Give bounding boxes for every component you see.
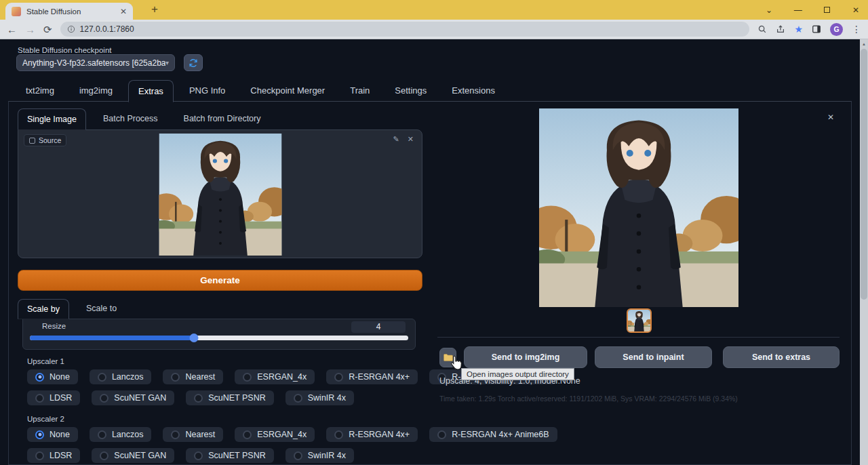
radio-icon: [334, 430, 343, 439]
tab-img2img[interactable]: img2img: [70, 80, 122, 102]
share-icon[interactable]: [776, 24, 785, 34]
page-scrollbar[interactable]: ▲: [860, 39, 868, 465]
radio-label: ScuNET PSNR: [208, 451, 266, 460]
upscaler-option-r-esrgan-4x-anime6b[interactable]: R-ESRGAN 4x+ Anime6B: [429, 427, 557, 442]
upscaler-option-esrgan-4x[interactable]: ESRGAN_4x: [235, 369, 315, 384]
upscaler-option-lanczos[interactable]: Lanczos: [90, 427, 152, 442]
upscaler-option-lanczos[interactable]: Lanczos: [90, 369, 152, 384]
refresh-icon: [189, 58, 198, 68]
scale-tabs: Scale byScale to: [18, 299, 125, 319]
source-image[interactable]: [159, 134, 281, 256]
gallery-close-icon[interactable]: ✕: [827, 113, 834, 122]
radio-icon: [171, 373, 180, 382]
new-tab-button[interactable]: +: [146, 3, 163, 16]
radio-label: Nearest: [185, 372, 215, 382]
radio-label: R-ESRGAN 4x+ Anime6B: [452, 430, 549, 439]
tab-search-chevron-icon[interactable]: ⌄: [762, 5, 776, 15]
stable-diffusion-favicon: [12, 7, 21, 16]
tab-settings[interactable]: Settings: [385, 80, 436, 102]
upscaler-2-group: Upscaler 2NoneLanczosNearestESRGAN_4xR-E…: [27, 415, 419, 465]
window-restore-button[interactable]: [820, 5, 833, 15]
tab-extensions[interactable]: Extensions: [442, 80, 505, 102]
upscaler-option-nearest[interactable]: Nearest: [163, 427, 223, 442]
radio-label: SwinIR 4x: [308, 451, 346, 460]
radio-icon: [334, 373, 343, 382]
radio-label: R-ESRGAN 4x+: [349, 372, 410, 382]
url-text: 127.0.0.1:7860: [80, 24, 134, 34]
profile-avatar[interactable]: G: [830, 23, 843, 36]
upscaler-option-r-esrgan-4x[interactable]: R-ESRGAN 4x+: [326, 427, 418, 442]
reload-icon[interactable]: ⟳: [43, 24, 52, 35]
radio-label: Lanczos: [112, 372, 144, 382]
scale-tab-scale-to[interactable]: Scale to: [77, 299, 125, 319]
edit-image-icon[interactable]: ✎: [393, 135, 399, 144]
upscaler-option-scunet-psnr[interactable]: ScuNET PSNR: [186, 448, 274, 463]
radio-label: Nearest: [185, 430, 215, 439]
tab-png-info[interactable]: PNG Info: [180, 80, 235, 102]
site-info-icon[interactable]: [67, 25, 75, 33]
source-image-dropzone[interactable]: Source ✎ ✕: [18, 129, 422, 258]
upscaler-option-ldsr[interactable]: LDSR: [27, 448, 80, 463]
extras-subtabs: Single ImageBatch ProcessBatch from Dire…: [18, 108, 269, 130]
radio-label: R-ESRGAN 4x+: [349, 430, 410, 439]
bookmark-star-icon[interactable]: ★: [794, 24, 803, 34]
stats-text: Time taken: 1.29s Torch active/reserved:…: [439, 395, 738, 403]
source-chip: Source: [24, 134, 66, 146]
send-to-img2img-button[interactable]: Send to img2img: [464, 346, 587, 368]
tab-train[interactable]: Train: [340, 80, 379, 102]
app-tabs: txt2imgimg2imgExtrasPNG InfoCheckpoint M…: [16, 80, 505, 102]
radio-icon: [35, 430, 44, 439]
zoom-icon[interactable]: [757, 24, 767, 34]
upscaler-option-scunet-gan[interactable]: ScuNET GAN: [92, 390, 174, 405]
upscaler-option-ldsr[interactable]: LDSR: [27, 390, 80, 405]
send-to-inpaint-button[interactable]: Send to inpaint: [595, 346, 712, 368]
resize-label: Resize: [42, 322, 66, 330]
tab-close-icon[interactable]: ✕: [120, 7, 127, 16]
upscaler-option-scunet-psnr[interactable]: ScuNET PSNR: [186, 390, 274, 405]
clear-image-icon[interactable]: ✕: [408, 135, 414, 144]
upscaler-option-esrgan-4x[interactable]: ESRGAN_4x: [235, 427, 315, 442]
radio-icon: [35, 373, 44, 382]
browser-tab[interactable]: Stable Diffusion ✕: [5, 3, 133, 20]
output-thumbnail[interactable]: [627, 308, 652, 333]
window-minimize-button[interactable]: —: [791, 5, 805, 15]
radio-icon: [100, 451, 108, 460]
refresh-checkpoints-button[interactable]: [184, 54, 203, 71]
radio-label: ESRGAN_4x: [257, 430, 307, 439]
subtab-batch-from-directory[interactable]: Batch from Directory: [175, 108, 270, 130]
subtab-batch-process[interactable]: Batch Process: [94, 108, 167, 130]
radio-label: SwinIR 4x: [308, 393, 346, 403]
upscaler-option-r-esrgan-4x[interactable]: R-ESRGAN 4x+: [326, 369, 418, 384]
window-close-button[interactable]: ✕: [849, 5, 863, 15]
upscaler-option-none[interactable]: None: [27, 427, 78, 442]
resize-slider[interactable]: [30, 334, 408, 343]
generate-button[interactable]: Generate: [18, 270, 422, 291]
output-image[interactable]: [539, 108, 738, 307]
upscaler-option-nearest[interactable]: Nearest: [163, 369, 223, 384]
gallery-divider: [437, 337, 840, 338]
tab-checkpoint-merger[interactable]: Checkpoint Merger: [241, 80, 334, 102]
subtab-single-image[interactable]: Single Image: [18, 108, 86, 130]
browser-menu-icon[interactable]: ⋮: [852, 24, 861, 35]
tab-extras[interactable]: Extras: [128, 80, 174, 102]
forward-icon[interactable]: →: [25, 24, 35, 35]
radio-icon: [171, 430, 180, 439]
radio-icon: [243, 430, 252, 439]
scale-tab-scale-by[interactable]: Scale by: [18, 299, 69, 319]
url-bar[interactable]: 127.0.0.1:7860: [60, 22, 750, 37]
send-to-extras-button[interactable]: Send to extras: [723, 346, 840, 368]
upscaler-option-scunet-gan[interactable]: ScuNET GAN: [92, 448, 174, 463]
upscaler-option-swinir-4x[interactable]: SwinIR 4x: [285, 448, 354, 463]
resize-number-input[interactable]: 4: [351, 321, 406, 333]
screen: Stable Diffusion ✕ + ⌄ — ✕ ← → ⟳ 127.0.0…: [0, 0, 868, 465]
checkpoint-dropdown[interactable]: Anything-V3-fp32.safetensors [625a2ba2] …: [16, 54, 175, 71]
upscaler-option-none[interactable]: None: [27, 369, 78, 384]
upscaler-option-swinir-4x[interactable]: SwinIR 4x: [285, 390, 354, 405]
slider-handle[interactable]: [189, 333, 198, 342]
side-panel-icon[interactable]: [812, 24, 821, 34]
back-icon[interactable]: ←: [7, 24, 17, 35]
tab-txt2img[interactable]: txt2img: [16, 80, 64, 102]
image-icon: [29, 138, 35, 144]
scrollbar-thumb[interactable]: [861, 49, 867, 300]
scroll-up-icon[interactable]: ▲: [860, 39, 868, 48]
